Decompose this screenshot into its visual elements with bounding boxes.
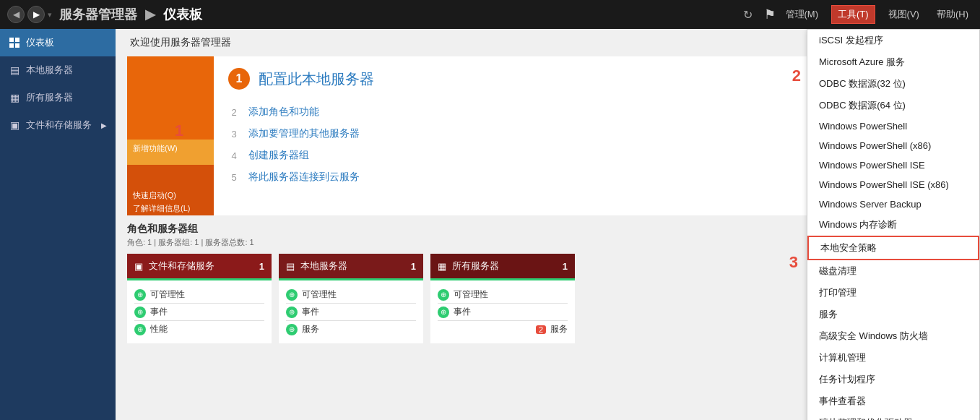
dropdown-item-9[interactable]: Windows 内存诊断 — [807, 214, 979, 236]
content-area: 欢迎使用服务器管理器 快速启动(Q) 新增功能(W) 了解详细信息(L) 1 配… — [116, 29, 980, 420]
local-card-icon: ▤ — [286, 261, 295, 272]
all-card-title: 所有服务器 — [452, 260, 499, 273]
tools-dropdown: iSCSI 发起程序Microsoft Azure 服务ODBC 数据源(32 … — [807, 29, 980, 420]
all-green-icon-1: ⊕ — [438, 289, 449, 301]
sidebar-label-dashboard: 仪表板 — [26, 36, 54, 49]
dropdown-menu: iSCSI 发起程序Microsoft Azure 服务ODBC 数据源(32 … — [807, 30, 979, 420]
dropdown-item-3[interactable]: ODBC 数据源(64 位) — [807, 95, 979, 116]
sidebar-item-local[interactable]: ▤ 本地服务器 — [0, 56, 116, 84]
dropdown-item-14[interactable]: 高级安全 Windows 防火墙 — [807, 325, 979, 347]
files-stat-label-3: 性能 — [150, 323, 168, 335]
dropdown-item-11[interactable]: 磁盘清理 — [807, 260, 979, 282]
local-server-icon: ▤ — [9, 64, 20, 76]
content-header-text: 欢迎使用服务器管理器 — [130, 36, 231, 48]
role-card-local-header[interactable]: ▤ 本地服务器 1 — [279, 254, 423, 278]
forward-button[interactable]: ▶ — [27, 6, 45, 23]
sidebar-arrow-files: ▶ — [101, 121, 107, 129]
sidebar-item-all[interactable]: ▦ 所有服务器 — [0, 84, 116, 111]
local-card-title: 本地服务器 — [300, 260, 347, 273]
files-stat-perf: ⊕ 性能 — [134, 320, 264, 338]
files-stat-label-1: 可管理性 — [150, 288, 185, 301]
all-stat-label-3: 服务 — [550, 323, 568, 335]
dropdown-item-18[interactable]: 碎片整理和优化驱动器 — [807, 412, 979, 420]
sidebar-label-files: 文件和存储服务 — [26, 119, 92, 132]
files-stat-manageability: ⊕ 可管理性 — [134, 286, 264, 303]
all-green-icon-2: ⊕ — [438, 307, 449, 318]
svg-rect-3 — [15, 43, 19, 48]
step1-link[interactable]: 配置此本地服务器 — [259, 69, 374, 89]
all-stat-label-2: 事件 — [454, 306, 471, 318]
local-stat-manageability: ⊕ 可管理性 — [286, 286, 416, 303]
dropdown-item-12[interactable]: 打印管理 — [807, 282, 979, 304]
all-card-count: 1 — [563, 261, 568, 272]
all-card-body: ⊕ 可管理性 ⊕ 事件 2 服务 — [430, 280, 575, 343]
menu-manage[interactable]: 管理(M) — [781, 5, 823, 24]
files-icon: ▣ — [9, 119, 20, 131]
local-green-icon-3: ⊕ — [286, 324, 298, 335]
step4-num: 4 — [228, 150, 240, 161]
files-stat-label-2: 事件 — [150, 306, 168, 318]
local-card-body: ⊕ 可管理性 ⊕ 事件 ⊕ 服务 — [279, 280, 423, 343]
files-green-icon-3: ⊕ — [134, 324, 146, 335]
all-stat-manageability: ⊕ 可管理性 — [438, 286, 568, 303]
files-card-title: 文件和存储服务 — [149, 260, 214, 273]
dropdown-item-13[interactable]: 服务 — [807, 304, 979, 325]
dropdown-item-16[interactable]: 任务计划程序 — [807, 369, 979, 390]
flag-icon: ⚑ — [764, 7, 776, 22]
dashboard-icon — [9, 37, 20, 48]
quick-start-label: 快速启动(Q) — [133, 190, 208, 201]
files-green-icon-1: ⊕ — [134, 289, 146, 301]
menu-help[interactable]: 帮助(H) — [932, 5, 973, 24]
sidebar-item-files[interactable]: ▣ 文件和存储服务 ▶ — [0, 111, 116, 139]
step5-link[interactable]: 将此服务器连接到云服务 — [248, 171, 360, 184]
dropdown-item-17[interactable]: 事件查看器 — [807, 390, 979, 412]
step3-num: 3 — [228, 129, 240, 140]
titlebar: ◀ ▶ ▾ 服务器管理器 ▶ 仪表板 ↻ ⚑ 管理(M) 工具(T) 视图(V)… — [0, 0, 980, 29]
role-card-local: ▤ 本地服务器 1 ⊕ 可管理性 ⊕ 事件 — [279, 254, 423, 343]
dropdown-item-10[interactable]: 本地安全策略 — [807, 236, 979, 260]
dropdown-item-1[interactable]: Microsoft Azure 服务 — [807, 51, 979, 73]
menu-tools[interactable]: 工具(T) — [831, 5, 875, 24]
dropdown-item-7[interactable]: Windows PowerShell ISE (x86) — [807, 175, 979, 194]
nav-dropdown[interactable]: ▾ — [48, 10, 52, 20]
dropdown-item-6[interactable]: Windows PowerShell ISE — [807, 155, 979, 175]
dropdown-item-5[interactable]: Windows PowerShell (x86) — [807, 136, 979, 155]
dropdown-item-4[interactable]: Windows PowerShell — [807, 116, 979, 136]
welcome-left-panel: 快速启动(Q) 新增功能(W) 了解详细信息(L) — [127, 56, 214, 215]
files-stat-events: ⊕ 事件 — [134, 303, 264, 320]
files-green-icon-2: ⊕ — [134, 307, 146, 318]
sidebar-label-all: 所有服务器 — [26, 91, 73, 104]
back-button[interactable]: ◀ — [7, 6, 25, 23]
step2-link[interactable]: 添加角色和功能 — [248, 106, 319, 119]
step1-circle: 1 — [228, 68, 250, 90]
dropdown-item-0[interactable]: iSCSI 发起程序 — [807, 30, 979, 51]
step4-link[interactable]: 创建服务器组 — [248, 149, 309, 162]
local-card-count: 1 — [411, 261, 416, 272]
dropdown-item-8[interactable]: Windows Server Backup — [807, 194, 979, 214]
svg-rect-0 — [9, 38, 14, 42]
refresh-icon[interactable]: ↻ — [743, 8, 753, 22]
local-stat-label-3: 服务 — [302, 323, 319, 335]
step2-num: 2 — [228, 107, 240, 118]
all-servers-icon: ▦ — [9, 92, 20, 103]
menu-bar: 管理(M) 工具(T) 视图(V) 帮助(H) — [781, 5, 974, 24]
svg-rect-1 — [15, 38, 19, 42]
menu-view[interactable]: 视图(V) — [884, 5, 924, 24]
all-card-icon: ▦ — [438, 261, 446, 272]
sidebar-item-dashboard[interactable]: 仪表板 — [0, 29, 116, 56]
all-stat-events: ⊕ 事件 — [438, 303, 568, 320]
dropdown-item-2[interactable]: ODBC 数据源(32 位) — [807, 73, 979, 95]
local-stat-label-1: 可管理性 — [302, 288, 337, 301]
step3-link[interactable]: 添加要管理的其他服务器 — [248, 127, 360, 140]
dropdown-item-15[interactable]: 计算机管理 — [807, 347, 979, 369]
role-card-all: ▦ 所有服务器 1 ⊕ 可管理性 ⊕ 事件 — [430, 254, 575, 343]
local-stat-label-2: 事件 — [302, 306, 319, 318]
local-green-icon-1: ⊕ — [286, 289, 298, 301]
step5-num: 5 — [228, 172, 240, 183]
files-card-icon: ▣ — [134, 261, 143, 272]
all-badge: 2 — [536, 325, 546, 334]
role-card-all-header[interactable]: ▦ 所有服务器 1 — [430, 254, 575, 278]
all-stat-services: 2 服务 — [438, 320, 568, 338]
role-card-files-header[interactable]: ▣ 文件和存储服务 1 — [127, 254, 272, 278]
local-green-icon-2: ⊕ — [286, 307, 298, 318]
